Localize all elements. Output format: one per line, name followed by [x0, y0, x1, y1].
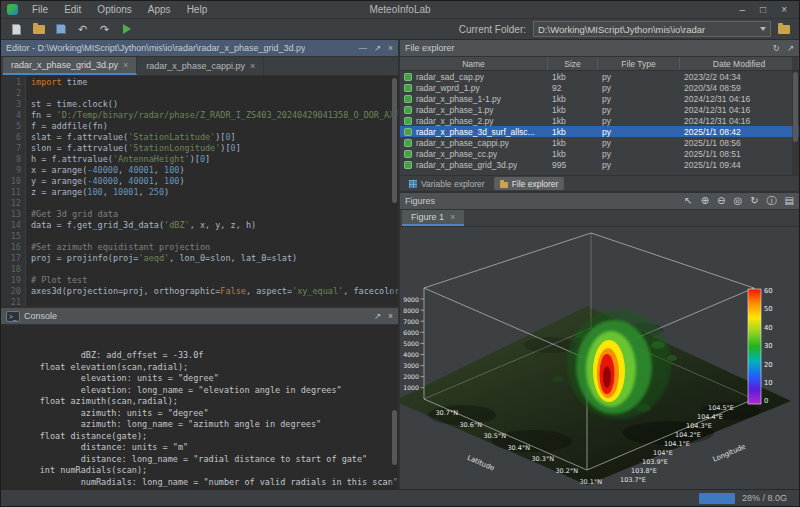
file-explorer-buttons: ↻ ↗	[773, 43, 794, 53]
file-size-cell: 1kb	[548, 138, 598, 148]
console-panel-title: Console	[24, 311, 57, 321]
file-name-cell: radar_x_phase_3d_surf_allsc...	[400, 127, 548, 137]
editor-scrollbar[interactable]	[391, 76, 398, 306]
new-figure-icon[interactable]: ▤	[785, 196, 794, 206]
column-header[interactable]: Size	[548, 57, 598, 70]
window-close-button[interactable]: ×	[781, 4, 787, 15]
menu-apps[interactable]: Apps	[140, 1, 179, 18]
menu-help[interactable]: Help	[179, 1, 216, 18]
colorbar-tick-label: 10	[764, 379, 773, 387]
browse-folder-button[interactable]	[774, 21, 793, 38]
lon-tick-label: 103.7°E	[620, 476, 646, 484]
left-column: Editor - D:\Working\MIScript\Jython\mis\…	[1, 40, 400, 489]
code-line: y = arange(-40000, 40001, 100)	[31, 176, 398, 187]
code-line: h = f.attrvalue('AntennaHeight')[0]	[31, 154, 398, 165]
panel-float-icon[interactable]: ↗	[374, 311, 381, 321]
identify-icon[interactable]: ⓘ	[767, 196, 777, 206]
tab-close-icon[interactable]: ×	[450, 212, 455, 222]
lat-tick-label: 30.2°N	[555, 467, 578, 475]
file-row[interactable]: radar_x_phase_1-1.py1kbpy2024/12/31 04:1…	[400, 93, 799, 104]
figure-3d-plot[interactable]: 90008000700060005000400030002000100030.7…	[400, 227, 799, 489]
editor-tabbar: radar_x_phase_grid_3d.py×radar_x_phase_c…	[1, 57, 398, 76]
new-file-button[interactable]	[7, 21, 26, 38]
current-folder-label: Current Folder:	[459, 24, 526, 35]
console-line: elevation: units = "degree"	[9, 373, 390, 385]
select-arrow-icon[interactable]: ↖	[684, 196, 692, 206]
console-scrollbar-thumb[interactable]	[392, 410, 397, 465]
run-script-button[interactable]	[117, 21, 136, 38]
file-row[interactable]: radar_x_phase_cappi.py1kbpy2025/1/1 08:5…	[400, 137, 799, 148]
file-explorer-header: File explorer ↻ ↗	[400, 40, 799, 57]
console-line: dBZ: add_offset = -33.0f	[9, 350, 390, 362]
tab-variable-explorer[interactable]: Variable explorer	[403, 177, 491, 190]
z-tick-label: 5000	[403, 340, 419, 347]
redo-button[interactable]: ↷	[95, 21, 114, 38]
py-file-icon	[404, 84, 412, 92]
file-size-cell: 1kb	[548, 105, 598, 115]
panel-close-icon[interactable]: ×	[388, 43, 393, 53]
file-size-cell: 1kb	[548, 94, 598, 104]
refresh-icon[interactable]: ↻	[773, 43, 780, 53]
menu-file[interactable]: File	[24, 1, 56, 18]
console-line: int numGates(scan);	[9, 488, 390, 489]
file-table-body: radar_sad_cap.py1kbpy2023/2/2 04:34radar…	[400, 71, 799, 170]
code-line: #Get 3d grid data	[31, 209, 398, 220]
console-line: int numRadials(scan);	[9, 465, 390, 477]
file-row[interactable]: radar_sad_cap.py1kbpy2023/2/2 04:34	[400, 71, 799, 82]
file-explorer-title: File explorer	[405, 43, 455, 53]
panel-close-icon[interactable]: ×	[388, 311, 393, 321]
console-line: float elevation(scan,radial);	[9, 362, 390, 374]
zoom-out-icon[interactable]: ⊖	[717, 196, 725, 206]
console-scrollbar[interactable]	[391, 325, 398, 489]
file-list-scrollbar[interactable]	[792, 57, 799, 175]
editor-tab[interactable]: radar_x_phase_grid_3d.py×	[3, 57, 137, 75]
file-type-cell: py	[598, 127, 680, 137]
file-row[interactable]: radar_x_phase_cc.py1kbpy2025/1/1 08:51	[400, 148, 799, 159]
menu-edit[interactable]: Edit	[56, 1, 89, 18]
code-line	[31, 231, 398, 242]
panel-float-icon[interactable]: ↗	[374, 43, 381, 53]
editor-tab[interactable]: radar_x_phase_cappi.py×	[138, 57, 264, 75]
editor-gutter[interactable]: 123456789101112131415161718192021	[1, 76, 26, 306]
file-date-cell: 2025/1/1 08:56	[680, 138, 799, 148]
column-header[interactable]: Date Modified	[680, 57, 799, 70]
window-minimize-button[interactable]: –	[740, 4, 746, 15]
file-row[interactable]: radar_wprd_1.py92py2020/3/4 08:59	[400, 82, 799, 93]
file-row[interactable]: radar_x_phase_1.py1kbpy2024/12/31 04:16	[400, 104, 799, 115]
file-row[interactable]: radar_x_phase_2.py1kbpy2024/12/31 04:16	[400, 115, 799, 126]
menu-options[interactable]: Options	[89, 1, 139, 18]
tab-close-icon[interactable]: ×	[123, 60, 128, 70]
memory-usage-bar[interactable]	[699, 493, 735, 504]
z-tick-label: 2000	[403, 373, 419, 380]
chevron-down-icon[interactable]	[760, 27, 766, 31]
code-editor[interactable]: import time st = time.clock()fn = 'D:/Te…	[26, 76, 398, 306]
file-row[interactable]: radar_x_phase_3d_surf_allsc...1kbpy2025/…	[400, 126, 799, 137]
tab-file-explorer[interactable]: File explorer	[494, 177, 565, 190]
column-header[interactable]: File Type	[598, 57, 680, 70]
colorbar	[748, 289, 761, 404]
console-output[interactable]: dBZ: add_offset = -33.0f float elevation…	[1, 325, 398, 489]
open-file-button[interactable]	[29, 21, 48, 38]
window-maximize-button[interactable]: □	[760, 4, 766, 15]
current-folder-combobox[interactable]: D:\Working\MIScript\Jython\mis\io\radar	[533, 21, 771, 37]
code-line: x = arange(-40000, 40001, 100)	[31, 165, 398, 176]
editor-panel-header: Editor - D:\Working\MIScript\Jython\mis\…	[1, 40, 398, 57]
save-button[interactable]	[51, 21, 70, 38]
panel-minimize-icon[interactable]: —	[358, 43, 367, 53]
panel-float-icon[interactable]: ↗	[787, 43, 794, 53]
file-name-cell: radar_x_phase_1-1.py	[400, 94, 548, 104]
undo-button[interactable]: ↶	[73, 21, 92, 38]
figures-panel: Figures ↖⊕⊖◎↻ⓘ▤ Figure 1 ×	[400, 193, 799, 489]
tab-close-icon[interactable]: ×	[250, 61, 255, 71]
column-header[interactable]: Name	[400, 57, 548, 70]
editor-scrollbar-thumb[interactable]	[392, 78, 397, 203]
file-list-scrollbar-thumb[interactable]	[793, 72, 798, 142]
rotate-icon[interactable]: ↻	[750, 196, 758, 206]
figure-canvas[interactable]: 90008000700060005000400030002000100030.7…	[400, 227, 799, 489]
file-size-cell: 995	[548, 160, 598, 170]
figure-tab[interactable]: Figure 1 ×	[402, 210, 464, 226]
zoom-in-icon[interactable]: ⊕	[701, 196, 709, 206]
file-date-cell: 2024/12/31 04:16	[680, 116, 799, 126]
file-row[interactable]: radar_x_phase_grid_3d.py995py2025/1/1 09…	[400, 159, 799, 170]
full-extent-icon[interactable]: ◎	[733, 196, 742, 206]
